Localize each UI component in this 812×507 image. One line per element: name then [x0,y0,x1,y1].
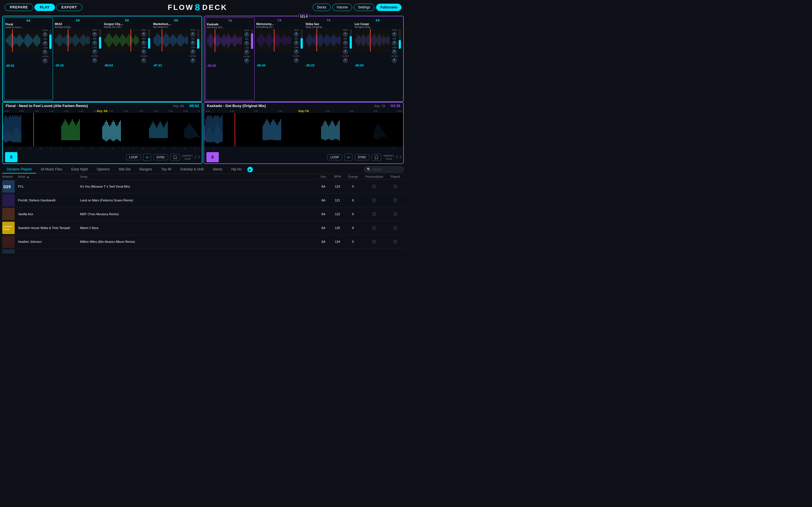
header-key[interactable]: Key [316,175,331,178]
row-played[interactable] [387,226,404,230]
header-energy[interactable]: Energy [345,175,361,178]
tab-midset[interactable]: Mid-Set [114,166,135,173]
deck-8-low-knob[interactable] [392,49,397,54]
deck-5[interactable]: 7A Kaskade Get Busy (Ori... [206,17,255,100]
deck-4[interactable]: 6A Wankelmut,... My Head Is A... [152,17,200,100]
played-checkbox[interactable] [394,212,397,216]
deck-7-mid-knob[interactable] [343,41,348,46]
played-checkbox[interactable] [394,226,397,230]
right-inf-button[interactable]: ∞ [345,154,352,161]
deck-3-high-knob[interactable] [141,32,146,37]
tab-stems[interactable]: Stems [208,166,227,173]
table-row[interactable]: Pochill, Stefano Gambarelli Land on Mars… [0,193,406,207]
tab-all-music[interactable]: All Music Files [36,166,67,173]
deck-5-mid-knob[interactable] [244,41,249,46]
deck-3-filter-knob[interactable] [141,58,146,63]
deck-7-low-knob[interactable] [343,49,348,54]
deck-5-high-knob[interactable] [244,32,249,37]
row-personalized[interactable] [361,185,387,188]
personalized-checkbox[interactable] [372,185,376,188]
fullscreen-button[interactable]: Fullscreen [376,4,402,11]
export-button[interactable]: EXPORT [56,4,82,11]
deck-6[interactable]: 7A Metronomy... Everything Go... [255,17,304,100]
deck-4-filter-knob[interactable] [190,58,195,63]
right-sync-button[interactable]: SYNC [355,154,370,160]
played-checkbox[interactable] [394,240,397,243]
row-personalized[interactable] [361,240,387,243]
deck-1-fader-track[interactable] [49,29,52,49]
deck-8-fader-track[interactable] [399,29,401,49]
row-played[interactable] [387,185,404,188]
header-artist[interactable]: Artist ▲ [18,175,80,178]
left-inf-button[interactable]: ∞ [143,154,151,161]
deck-1[interactable]: 6A Floral Need to Feel L... [4,17,53,100]
right-pause-button[interactable]: ⏸ [206,152,219,162]
table-row[interactable]: SWEDISHHOUSE Swedish House Mafia & Tinie… [0,221,406,235]
deck-5-fader-track[interactable] [251,29,253,49]
deck-3[interactable]: 6A Gorgon City,... Ready For You... [103,17,151,100]
deck-1-high-knob[interactable] [43,32,48,37]
row-played[interactable] [387,240,404,243]
deck-4-mid-knob[interactable] [190,41,195,46]
left-gain-slash[interactable]: / [199,155,200,159]
tab-dubstep[interactable]: Dubstep & DnB [176,166,208,173]
right-energy-slash[interactable]: / [396,155,398,159]
deck-2-fader-track[interactable] [99,29,101,49]
left-energy-slash[interactable]: / [195,155,196,159]
deck-1-mid-knob[interactable] [43,41,48,46]
row-played[interactable] [387,199,404,202]
deck-1-filter-knob[interactable] [43,58,48,63]
deck-6-filter-knob[interactable] [294,58,299,63]
left-loop-button[interactable]: LOOP [126,154,141,160]
deck-3-fader-track[interactable] [148,29,150,49]
deck-8-mid-knob[interactable] [392,41,397,46]
deck-4-fader-track[interactable] [197,29,199,49]
played-checkbox[interactable] [394,185,397,188]
row-personalized[interactable] [361,226,387,230]
tab-top40[interactable]: Top 40 [156,166,175,173]
row-personalized[interactable] [361,212,387,216]
deck-2-mid-knob[interactable] [92,41,97,46]
tab-openers[interactable]: Openers [92,166,114,173]
settings-button[interactable]: Settings [354,4,374,11]
deck-5-filter-knob[interactable] [244,58,249,63]
deck-8-filter-knob[interactable] [392,58,397,63]
deck-8-high-knob[interactable] [392,32,397,37]
table-row[interactable]: Vanilla Ace MDF (Yves Murasca Remix) 6A … [0,207,406,221]
volume-button[interactable]: Volume [333,4,352,11]
right-headphone-button[interactable]: 🎧 [371,154,381,161]
personalized-checkbox[interactable] [372,212,376,216]
tab-bangers[interactable]: Bangers [135,166,157,173]
deck-6-fader-track[interactable] [301,29,303,49]
search-input[interactable] [372,168,401,171]
right-wf-main[interactable] [204,113,403,147]
tab-hipho[interactable]: Hip Ho [227,166,246,173]
deck-4-high-knob[interactable] [190,32,195,37]
prepare-button[interactable]: PREPARE [4,4,33,11]
deck-7-filter-knob[interactable] [343,58,348,63]
table-row[interactable]: D29 FCL It's You (Mousse T.'s Teef Vocal… [0,180,406,193]
deck-1-low-knob[interactable] [43,50,48,55]
decks-button[interactable]: Decks [313,4,331,11]
deck-2-low-knob[interactable] [92,49,97,54]
deck-7-fader-track[interactable] [350,29,352,49]
tab-early-night[interactable]: Early Night [67,166,93,173]
deck-2[interactable]: 6A MUUI Bundya (Origi... [54,17,102,100]
play-button[interactable]: PLAY [35,4,55,11]
table-row[interactable]: Heather Johnson Million Miles (Alix Alva… [0,235,406,249]
deck-8[interactable]: 6A Lee Coope Morigua (Orig... [354,17,402,100]
deck-3-mid-knob[interactable] [141,41,146,46]
personalized-checkbox[interactable] [372,226,376,230]
header-bpm[interactable]: BPM [331,175,345,178]
personalized-checkbox[interactable] [372,240,376,243]
personalized-checkbox[interactable] [372,199,376,202]
deck-4-low-knob[interactable] [190,49,195,54]
deck-2-filter-knob[interactable] [92,58,97,63]
tabs-next-arrow[interactable]: ▶ [247,167,253,172]
row-played[interactable] [387,212,404,216]
right-loop-button[interactable]: LOOP [327,154,342,160]
played-checkbox[interactable] [394,199,397,202]
tab-dynamic-playlist[interactable]: Dynamic Playlist [2,166,36,173]
right-gain-slash[interactable]: / [400,155,401,159]
left-sync-button[interactable]: SYNC [153,154,168,160]
